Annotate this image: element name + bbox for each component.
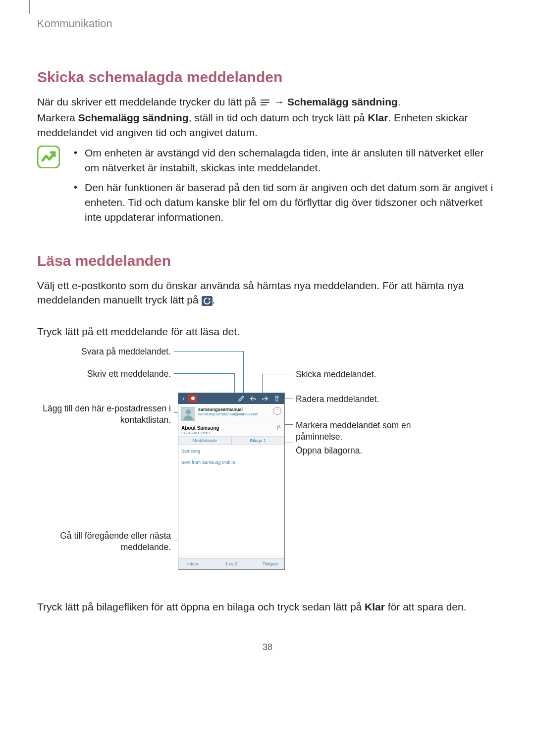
top-rule (29, 0, 30, 14)
nav-next-button[interactable]: Nästa (178, 561, 206, 566)
page-header: Kommunikation (37, 17, 498, 30)
note-item: Den här funktionen är baserad på den tid… (72, 180, 498, 224)
phone-mock: ‹ sa (178, 393, 285, 570)
note-item: Om enheten är avstängd vid den schemalag… (72, 146, 498, 175)
svg-rect-2 (261, 104, 267, 105)
callout-reply: Svara på meddelandet. (37, 346, 171, 357)
bold-schedule-send: Schemalägg sändning (78, 112, 189, 123)
phone-tabs: Meddelande Bilaga 1 (178, 437, 284, 445)
nav-prev-button[interactable]: Tidigare (257, 561, 284, 566)
phone-contact-row: samsungusermanual samsungusermanual@yaho… (178, 404, 284, 423)
text: . (398, 96, 401, 107)
expand-icon[interactable]: ˅ (273, 407, 281, 415)
body-line: Sent from Samsung Mobile (181, 459, 281, 466)
reply-icon[interactable] (249, 395, 257, 403)
phone-topbar: ‹ (178, 393, 284, 404)
callout-prev-next: Gå till föregående eller nästa meddeland… (37, 530, 171, 553)
tab-message[interactable]: Meddelande (178, 437, 232, 445)
callout-add-contact: Lägg till den här e-postadressen i konta… (37, 403, 171, 426)
svg-rect-0 (261, 100, 269, 101)
text: Välj ett e-postkonto som du önskar använ… (37, 280, 464, 306)
nav-counter: 1 av 2 (206, 561, 257, 566)
forward-icon[interactable] (261, 395, 269, 403)
note-icon (37, 146, 60, 168)
schedule-para-2: Markera Schemalägg sändning, ställ in ti… (37, 110, 498, 140)
compose-icon[interactable] (237, 395, 245, 403)
subject-date: 21-10-2013 5:07 (181, 431, 281, 435)
text: När du skriver ett meddelande trycker du… (37, 96, 259, 107)
text: . (213, 294, 215, 305)
phone-body: Samsung Sent from Samsung Mobile (178, 445, 284, 555)
subject: About Samsung (181, 425, 281, 431)
heading-schedule: Skicka schemalagda meddelanden (37, 69, 498, 86)
tab-attachment[interactable]: Bilaga 1 (232, 437, 285, 445)
bold-done: Klar (365, 601, 385, 612)
bold-schedule-send: Schemalägg sändning (287, 96, 398, 107)
arrow-text: → (274, 96, 287, 107)
note-block: Om enheten är avstängd vid den schemalag… (37, 146, 498, 229)
text: Tryck lätt på bilagefliken för att öppna… (37, 601, 365, 612)
heading-read: Läsa meddelanden (37, 252, 498, 269)
back-icon[interactable]: ‹ (180, 395, 186, 402)
body-line: Samsung (181, 448, 281, 455)
note-list: Om enheten är avstängd vid den schemalag… (72, 146, 498, 229)
phone-nav: Nästa 1 av 2 Tidigare (178, 558, 284, 569)
phone-subject-row: About Samsung 21-10-2013 5:07 (178, 423, 284, 437)
avatar[interactable] (181, 407, 195, 421)
contact-mail: samsungusermanual@yahoo.com (198, 412, 259, 416)
text: för att spara den. (385, 601, 467, 612)
flag-icon[interactable] (276, 425, 281, 430)
callout-attach: Öppna bilagorna. (296, 445, 425, 456)
text: Markera (37, 112, 78, 123)
message-diagram: Svara på meddelandet. Skriv ett meddelan… (37, 346, 503, 579)
callout-delete: Radera meddelandet. (296, 394, 425, 405)
callout-remind: Markera meddelandet som en påminnelse. (296, 420, 434, 443)
bold-done: Klar (368, 112, 388, 123)
refresh-icon (202, 296, 213, 306)
schedule-para-1: När du skriver ett meddelande trycker du… (37, 95, 498, 109)
contact-name: samsungusermanual (198, 407, 259, 412)
callout-forward: Skicka meddelandet. (296, 369, 425, 380)
text: , ställ in tid och datum och tryck lätt … (189, 112, 368, 123)
read-para-1: Välj ett e-postkonto som du önskar använ… (37, 278, 498, 308)
menu-icon (260, 99, 270, 106)
page-number: 38 (37, 642, 498, 653)
read-para-2: Tryck lätt på ett meddelande för att läs… (37, 324, 498, 339)
svg-point-4 (186, 409, 191, 414)
delete-icon[interactable] (273, 395, 281, 403)
svg-rect-1 (261, 102, 269, 103)
record-icon[interactable] (188, 395, 197, 402)
bottom-para: Tryck lätt på bilagefliken för att öppna… (37, 600, 498, 614)
callout-compose: Skriv ett meddelande. (37, 368, 171, 380)
